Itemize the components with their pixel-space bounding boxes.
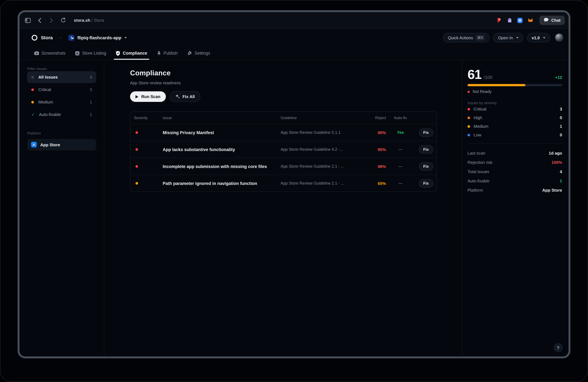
open-in-label: Open In — [498, 35, 513, 40]
tab-bar: Screenshots Store Listing Compliance Pub… — [20, 47, 568, 60]
back-button-icon[interactable] — [36, 17, 43, 23]
version-selector[interactable]: v1.0 — [527, 33, 550, 42]
address-bar-text: stora.sh / Stora — [74, 18, 104, 23]
quick-actions-button[interactable]: Quick Actions ⌘K — [443, 33, 490, 42]
table-row[interactable]: App lacks substantive functionality App … — [130, 141, 437, 158]
browser-titlebar: stora.sh / Stora Chat — [20, 12, 568, 29]
tab-store-listing[interactable]: Store Listing — [75, 47, 106, 60]
page-title: Compliance — [130, 69, 462, 77]
appstore-listing-icon — [75, 51, 80, 55]
gear-icon — [187, 51, 192, 56]
content-area: Filter issues All Issues 4 Critical 3 Me… — [20, 60, 568, 357]
stat-auto-fixable: Auto-fixable 1 — [467, 176, 562, 186]
score-delta: +12 — [555, 75, 562, 80]
app-store-icon — [31, 142, 37, 148]
tab-compliance[interactable]: Compliance — [116, 47, 147, 60]
critical-dot-icon — [31, 88, 34, 91]
readiness-status: Not Ready — [467, 89, 562, 94]
table-header-row: Severity Issue Guideline Reject Auto-fix — [130, 112, 437, 124]
version-label: v1.0 — [532, 35, 540, 40]
reject-rate: 95% — [378, 147, 386, 152]
quick-actions-shortcut: ⌘K — [476, 35, 485, 40]
wallet-extension-icon[interactable] — [517, 17, 523, 23]
panel-divider — [467, 143, 562, 144]
project-switcher[interactable]: flipiq-flashcards-app — [77, 35, 121, 40]
project-chevron-down-icon[interactable] — [124, 37, 127, 39]
fix-button[interactable]: Fix — [419, 145, 433, 154]
sparkles-icon — [175, 94, 180, 100]
reload-icon[interactable] — [60, 17, 66, 23]
camera-icon — [34, 51, 39, 55]
filter-auto-fixable[interactable]: ✓ Auto-fixable 1 — [27, 109, 96, 121]
open-in-chevron-down-icon — [516, 37, 519, 39]
help-button[interactable]: ? — [553, 343, 563, 352]
stat-rejection-risk: Rejection risk 100% — [467, 158, 562, 167]
tab-settings[interactable]: Settings — [187, 47, 210, 60]
issue-guideline: App Store Review Guideline 2.1 - ... — [281, 181, 368, 186]
platform-section-label: Platform — [27, 131, 96, 135]
status-dot-icon — [467, 91, 470, 93]
issue-title: Missing Privacy Manifest — [155, 130, 281, 135]
severity-dot-icon — [135, 148, 138, 151]
filter-all-issues[interactable]: All Issues 4 — [27, 71, 96, 83]
filter-count: 1 — [90, 112, 92, 117]
browser-window: stora.sh / Stora Chat Stora — [18, 10, 570, 358]
severity-row-medium: Medium 1 — [467, 122, 562, 131]
filter-count: 3 — [90, 87, 92, 92]
tab-screenshots[interactable]: Screenshots — [34, 47, 65, 60]
stora-logo-icon — [32, 35, 37, 40]
fix-button[interactable]: Fix — [419, 179, 433, 187]
low-dot-icon — [467, 134, 470, 136]
critical-dot-icon — [467, 108, 470, 110]
tab-publish[interactable]: Publish — [157, 47, 178, 60]
reject-rate: 90% — [378, 130, 386, 135]
autofix-value: Yes — [397, 130, 404, 135]
ghost-extension-icon[interactable] — [506, 17, 512, 23]
col-autofix: Auto-fix — [394, 116, 407, 120]
filter-medium[interactable]: Medium 1 — [27, 96, 96, 108]
chat-button[interactable]: Chat — [539, 16, 565, 25]
open-in-button[interactable]: Open In — [493, 33, 524, 42]
fix-button[interactable]: Fix — [419, 128, 433, 137]
severity-row-low: Low 0 — [467, 131, 562, 139]
fix-button[interactable]: Fix — [419, 162, 433, 171]
table-row[interactable]: Incomplete app submission with missing c… — [130, 158, 437, 175]
chat-button-label: Chat — [551, 18, 561, 23]
forward-button-icon[interactable] — [48, 17, 55, 23]
issue-title: Incomplete app submission with missing c… — [155, 164, 281, 169]
reject-rate: 98% — [378, 164, 386, 169]
autofix-value: — — [399, 181, 402, 186]
severity-count: 3 — [560, 107, 562, 111]
table-row[interactable]: Path parameter ignored in navigation fun… — [130, 175, 437, 192]
quick-actions-label: Quick Actions — [448, 35, 473, 40]
dislike-extension-icon[interactable] — [496, 17, 502, 23]
compliance-score: 61 — [467, 68, 482, 81]
severity-dot-icon — [135, 131, 138, 134]
col-issue: Issue — [155, 116, 281, 120]
stat-last-scan: Last scan 1d ago — [467, 148, 562, 158]
stat-total-issues: Total issues 4 — [467, 167, 562, 176]
app-header: Stora flipiq-flashcards-app Quick Action… — [20, 29, 568, 47]
table-row[interactable]: Missing Privacy Manifest App Store Revie… — [130, 124, 437, 141]
platform-app-store[interactable]: App Store — [27, 139, 96, 150]
fix-all-button[interactable]: Fix All — [170, 91, 200, 102]
medium-dot-icon — [467, 125, 470, 128]
severity-dot-icon — [135, 182, 138, 185]
brand-name: Stora — [41, 35, 53, 40]
stat-value: 1 — [560, 179, 562, 183]
header-separator-dot — [60, 37, 61, 38]
user-avatar[interactable] — [555, 34, 563, 42]
severity-section-label: Issues by severity — [467, 101, 562, 105]
run-scan-button[interactable]: Run Scan — [130, 91, 166, 102]
autofix-value: — — [399, 147, 402, 152]
filter-critical[interactable]: Critical 3 — [27, 84, 96, 96]
issue-guideline: App Store Review Guideline 4.2 -... — [281, 147, 368, 152]
score-progress-bar — [467, 84, 562, 86]
sidebar-toggle-icon[interactable] — [25, 17, 31, 23]
metamask-extension-icon[interactable] — [528, 17, 533, 23]
score-panel: 61 /100 +12 Not Ready Issues by severity… — [462, 60, 568, 357]
project-app-icon — [68, 35, 74, 41]
checkmark-icon: ✓ — [31, 112, 35, 117]
severity-count: 1 — [560, 124, 562, 129]
play-icon — [135, 95, 138, 98]
